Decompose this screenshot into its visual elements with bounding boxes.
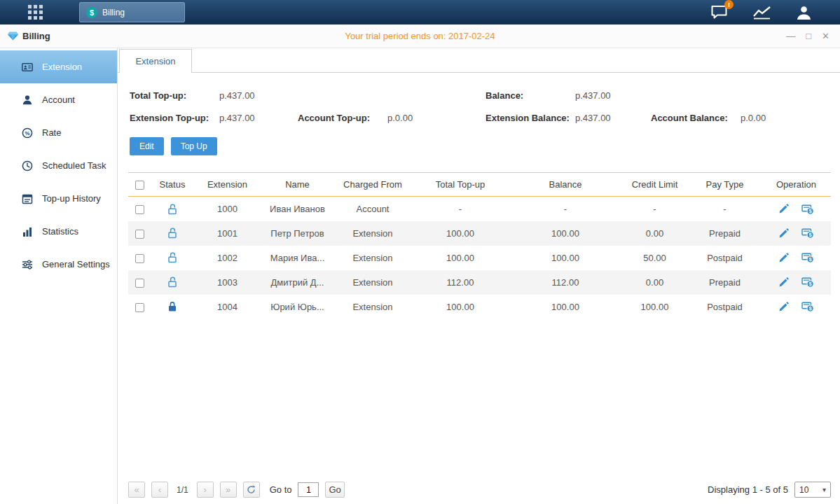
sidebar-item-general-settings[interactable]: General Settings bbox=[0, 248, 117, 281]
topup-icon[interactable]: $ bbox=[801, 227, 814, 239]
refresh-button[interactable] bbox=[243, 482, 260, 498]
next-page-button[interactable]: › bbox=[197, 482, 214, 498]
pay-type: - bbox=[688, 197, 762, 221]
select-all-checkbox[interactable] bbox=[135, 181, 144, 190]
goto-page-input[interactable] bbox=[298, 482, 319, 497]
rate-icon: % bbox=[22, 127, 33, 139]
prev-page-button[interactable]: ‹ bbox=[151, 482, 168, 498]
summary-label: Extension Balance: bbox=[486, 113, 575, 123]
lock-open-icon[interactable] bbox=[167, 276, 177, 288]
sidebar-item-top-up-history[interactable]: Top-up History bbox=[0, 182, 117, 215]
edit-button[interactable]: Edit bbox=[130, 137, 164, 155]
topup-icon[interactable]: $ bbox=[801, 276, 814, 288]
sidebar-item-statistics[interactable]: Statistics bbox=[0, 215, 117, 248]
column-header: Extension bbox=[194, 173, 261, 197]
total-topup: 100.00 bbox=[411, 295, 509, 319]
page-size-select[interactable]: 10 ▾ bbox=[794, 482, 831, 498]
edit-icon[interactable] bbox=[778, 204, 789, 214]
user-account-icon[interactable] bbox=[796, 5, 812, 20]
caret-down-icon: ▾ bbox=[822, 486, 826, 493]
edit-icon[interactable] bbox=[778, 253, 789, 263]
row-checkbox[interactable] bbox=[135, 230, 144, 239]
general-settings-icon bbox=[22, 259, 33, 270]
summary-cell: Balance:p.437.00 bbox=[486, 90, 651, 101]
notifications-icon[interactable]: ! bbox=[710, 5, 728, 20]
last-page-button[interactable]: » bbox=[220, 482, 237, 498]
maximize-button[interactable]: □ bbox=[806, 31, 811, 41]
summary-label: Extension Top-up: bbox=[130, 113, 219, 123]
top-up-button[interactable]: Top Up bbox=[171, 137, 217, 155]
scheduled-task-icon bbox=[22, 160, 33, 172]
tab-extension[interactable]: Extension bbox=[119, 49, 192, 73]
column-header: Credit Limit bbox=[621, 173, 688, 197]
row-checkbox[interactable] bbox=[135, 205, 144, 214]
summary-cell: Account Balance:p.0.00 bbox=[651, 113, 831, 123]
topup-icon[interactable]: $ bbox=[801, 301, 814, 312]
extension-name: Петр Петров bbox=[261, 221, 334, 246]
total-topup: 100.00 bbox=[411, 246, 509, 270]
summary-value: p.0.00 bbox=[741, 113, 766, 123]
extension-number: 1003 bbox=[194, 270, 261, 295]
topup-icon[interactable]: $ bbox=[801, 204, 814, 215]
summary-value: p.437.00 bbox=[575, 90, 611, 101]
total-topup: 100.00 bbox=[411, 221, 509, 246]
table-row: 1003Дмитрий Д...Extension112.00112.000.0… bbox=[128, 270, 831, 295]
balance: 100.00 bbox=[509, 295, 621, 319]
edit-icon[interactable] bbox=[778, 302, 789, 312]
edit-icon[interactable] bbox=[778, 228, 789, 239]
balance: 100.00 bbox=[509, 221, 621, 246]
table-row: 1004Юрий Юрь...Extension100.00100.00100.… bbox=[128, 295, 831, 319]
main-panel: Extension Total Top-up:p.437.00Balance:p… bbox=[118, 48, 840, 504]
pagination-summary: Displaying 1 - 5 of 5 10 ▾ bbox=[708, 482, 831, 498]
billing-app-tab[interactable]: $ Billing bbox=[79, 2, 185, 22]
first-page-button[interactable]: « bbox=[128, 482, 145, 498]
column-header: Charged From bbox=[334, 173, 411, 197]
sidebar-item-rate[interactable]: %Rate bbox=[0, 116, 117, 149]
table-row: 1000Иван ИвановAccount----$ bbox=[128, 197, 831, 221]
window-controls: — □ ✕ bbox=[786, 31, 829, 41]
lock-closed-icon[interactable] bbox=[167, 301, 177, 312]
extension-name: Юрий Юрь... bbox=[261, 295, 334, 319]
action-buttons: Edit Top Up bbox=[130, 137, 831, 155]
extension-number: 1004 bbox=[194, 295, 261, 319]
close-button[interactable]: ✕ bbox=[822, 31, 829, 41]
balance-summary: Total Top-up:p.437.00Balance:p.437.00Ext… bbox=[130, 90, 831, 123]
sidebar-item-label: Account bbox=[42, 94, 75, 105]
topup-icon[interactable]: $ bbox=[801, 252, 814, 263]
lock-open-icon[interactable] bbox=[167, 227, 177, 239]
total-topup: 112.00 bbox=[411, 270, 509, 295]
charged-from: Extension bbox=[334, 246, 411, 270]
row-checkbox[interactable] bbox=[135, 303, 144, 312]
table-body: 1000Иван ИвановAccount----$1001Петр Петр… bbox=[128, 197, 831, 319]
lock-open-icon[interactable] bbox=[167, 204, 177, 215]
row-checkbox[interactable] bbox=[135, 279, 144, 288]
table-header-row: StatusExtensionNameCharged FromTotal Top… bbox=[128, 173, 831, 197]
go-button[interactable]: Go bbox=[325, 482, 344, 498]
sidebar-item-label: Scheduled Task bbox=[42, 160, 106, 171]
sidebar-item-extension[interactable]: Extension bbox=[0, 50, 117, 83]
svg-text:%: % bbox=[25, 130, 29, 136]
lock-open-icon[interactable] bbox=[167, 252, 177, 263]
summary-cell: Total Top-up:p.437.00 bbox=[130, 90, 298, 101]
sidebar-menu: ExtensionAccount%RateScheduled TaskTop-u… bbox=[0, 48, 118, 504]
extension-number: 1002 bbox=[194, 246, 261, 270]
minimize-button[interactable]: — bbox=[786, 31, 795, 41]
summary-value: p.437.00 bbox=[575, 113, 611, 123]
content-area: Total Top-up:p.437.00Balance:p.437.00Ext… bbox=[118, 73, 840, 504]
account-icon bbox=[22, 94, 33, 106]
pay-type: Postpaid bbox=[688, 246, 762, 270]
column-header: Balance bbox=[509, 173, 621, 197]
edit-icon[interactable] bbox=[778, 277, 789, 288]
billing-app-tab-label: Billing bbox=[102, 8, 125, 18]
summary-value: p.437.00 bbox=[219, 113, 255, 123]
statistics-chart-icon[interactable] bbox=[752, 5, 771, 20]
row-checkbox[interactable] bbox=[135, 254, 144, 263]
pay-type: Prepaid bbox=[688, 221, 762, 246]
summary-cell bbox=[651, 90, 831, 101]
pagination-bar: « ‹ 1/1 › » Go to Go Displaying 1 - 5 of… bbox=[128, 482, 831, 498]
extension-icon bbox=[22, 62, 33, 73]
sidebar-item-account[interactable]: Account bbox=[0, 83, 117, 116]
extension-name: Иван Иванов bbox=[261, 197, 334, 221]
app-grid-icon[interactable] bbox=[28, 5, 43, 20]
sidebar-item-scheduled-task[interactable]: Scheduled Task bbox=[0, 149, 117, 182]
